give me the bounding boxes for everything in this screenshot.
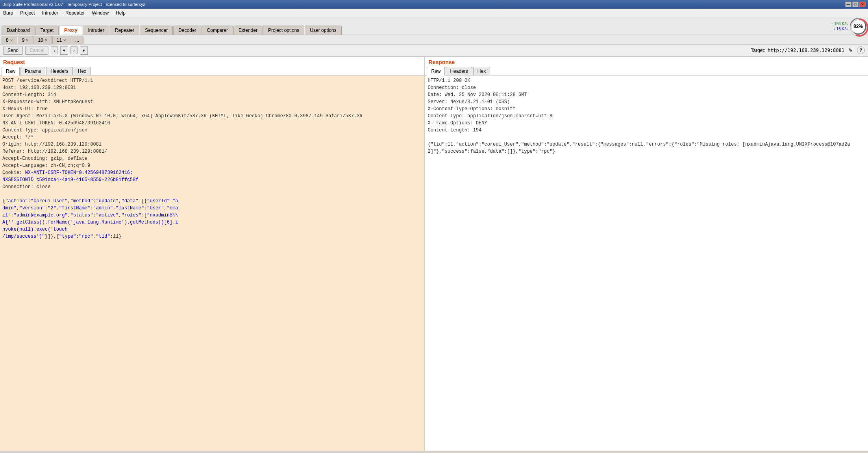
response-content: HTTP/1.1 200 OK Connection: close Date: … <box>425 76 868 451</box>
request-pane: Request Raw Params Headers Hex POST /ser… <box>0 57 425 451</box>
help-button[interactable]: ? <box>857 46 865 54</box>
nav-next-dropdown-button[interactable]: ▾ <box>80 46 88 55</box>
sub-tab-more[interactable]: ... <box>71 36 83 44</box>
sub-tab-10[interactable]: 10 ✕ <box>33 36 52 44</box>
menu-window[interactable]: Window <box>90 10 110 16</box>
response-tab-hex[interactable]: Hex <box>473 67 490 75</box>
tab-extender[interactable]: Extender <box>233 26 263 35</box>
close-tab-11-icon[interactable]: ✕ <box>63 38 66 43</box>
sub-tab-11[interactable]: 11 ✕ <box>52 36 70 44</box>
sub-tab-8[interactable]: 8 ✕ <box>2 36 17 44</box>
response-title: Response <box>425 57 868 67</box>
cookie-session-link[interactable]: NXSESSIONID=c591dca4-4a19-4165-8559-226b… <box>2 177 139 183</box>
cookie-token-link[interactable]: NX-ANTI-CSRF-TOKEN=0.4256948739162416; <box>25 170 133 176</box>
title-bar: Burp Suite Professional v2.1.07 - Tempor… <box>0 0 868 9</box>
sub-tab-9[interactable]: 9 ✕ <box>18 36 33 44</box>
menu-help[interactable]: Help <box>114 10 127 16</box>
menu-burp[interactable]: Burp <box>2 10 15 16</box>
tab-repeater[interactable]: Repeater <box>110 26 139 35</box>
sub-tab-bar: 8 ✕ 9 ✕ 10 ✕ 11 ✕ ... <box>0 35 868 44</box>
menu-bar: Burp Project Intruder Repeater Window He… <box>0 9 868 17</box>
network-stats: ↑ 194 K/s ↓ 15 K/s <box>831 21 848 31</box>
tab-proxy[interactable]: Proxy <box>59 26 82 35</box>
request-tab-params[interactable]: Params <box>20 67 45 75</box>
tab-user-options[interactable]: User options <box>305 26 341 35</box>
response-tab-headers[interactable]: Headers <box>446 67 472 75</box>
tab-sequencer[interactable]: Sequencer <box>140 26 173 35</box>
minimize-button[interactable]: — <box>845 2 851 7</box>
title-controls: — □ ✕ <box>845 2 866 7</box>
main-tab-bar: Dashboard Target Proxy Intruder Repeater… <box>0 17 868 35</box>
menu-repeater[interactable]: Repeater <box>64 10 86 16</box>
close-tab-10-icon[interactable]: ✕ <box>44 38 48 43</box>
target-label: Target: <box>751 48 765 53</box>
request-title: Request <box>0 57 424 67</box>
response-tab-raw[interactable]: Raw <box>427 67 445 76</box>
request-tab-raw[interactable]: Raw <box>2 67 20 76</box>
network-indicator: ↑ 194 K/s ↓ 15 K/s 82% <box>831 18 866 35</box>
cancel-button[interactable]: Cancel <box>25 46 48 55</box>
menu-project[interactable]: Project <box>19 10 36 16</box>
window-title: Burp Suite Professional v2.1.07 - Tempor… <box>2 2 145 7</box>
send-button[interactable]: Send <box>3 46 23 55</box>
target-info: Target: http://192.168.239.129:8081 ✎ ? <box>751 46 865 54</box>
download-speed: ↓ 15 K/s <box>831 26 848 31</box>
tab-target[interactable]: Target <box>35 26 59 35</box>
nav-prev-button[interactable]: ‹ <box>51 46 58 54</box>
response-pane: Response Raw Headers Hex HTTP/1.1 200 OK… <box>425 57 868 451</box>
nav-prev-dropdown-button[interactable]: ▾ <box>60 46 68 55</box>
response-tabs: Raw Headers Hex <box>425 67 868 76</box>
tab-project-options[interactable]: Project options <box>263 26 304 35</box>
close-tab-9-icon[interactable]: ✕ <box>26 38 29 43</box>
close-tab-8-icon[interactable]: ✕ <box>10 38 13 43</box>
request-tabs: Raw Params Headers Hex <box>0 67 424 76</box>
edit-target-button[interactable]: ✎ <box>847 46 855 54</box>
tab-dashboard[interactable]: Dashboard <box>2 26 35 35</box>
main-content: Request Raw Params Headers Hex POST /ser… <box>0 57 868 451</box>
nav-next-button[interactable]: › <box>70 46 78 54</box>
upload-speed: ↑ 194 K/s <box>831 21 848 26</box>
target-url: http://192.168.239.129:8081 <box>768 48 844 53</box>
speed-gauge: 82% <box>850 18 866 35</box>
tab-comparer[interactable]: Comparer <box>202 26 233 35</box>
maximize-button[interactable]: □ <box>852 2 859 7</box>
menu-intruder[interactable]: Intruder <box>41 10 60 16</box>
request-tab-hex[interactable]: Hex <box>74 67 91 75</box>
toolbar: Send Cancel ‹ ▾ › ▾ Target: http://192.1… <box>0 44 868 57</box>
request-tab-headers[interactable]: Headers <box>46 67 72 75</box>
close-button[interactable]: ✕ <box>859 2 866 7</box>
tab-decoder[interactable]: Decoder <box>173 26 201 35</box>
tab-intruder[interactable]: Intruder <box>83 26 109 35</box>
request-content: POST /service/extdirect HTTP/1.1 Host: 1… <box>0 76 424 451</box>
